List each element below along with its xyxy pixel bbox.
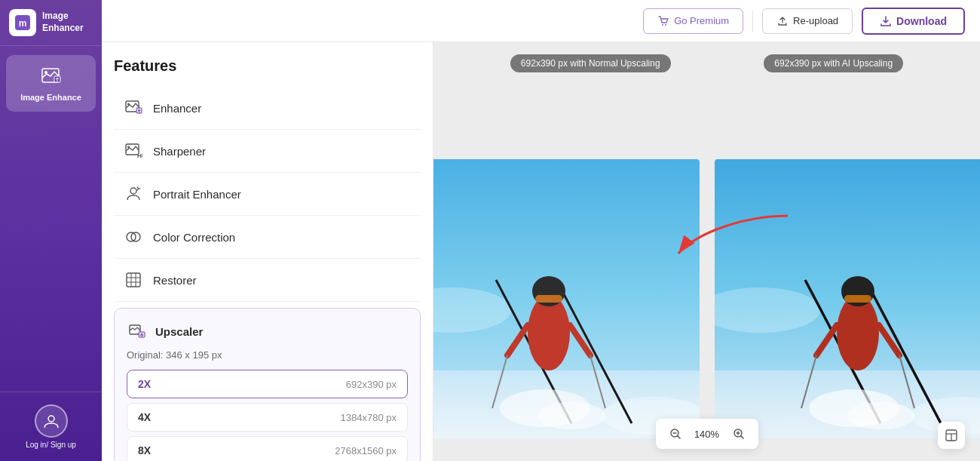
svg-point-6 [48, 416, 54, 422]
enhancer-icon [123, 97, 144, 118]
download-label: Download [896, 15, 947, 27]
download-button[interactable]: Download [862, 8, 965, 35]
go-premium-button[interactable]: Go Premium [643, 8, 743, 34]
svg-point-3 [44, 71, 47, 74]
zoom-out-button[interactable] [665, 423, 686, 444]
color-correction-icon [123, 226, 144, 247]
scale-label-8x: 8X [138, 444, 151, 456]
scale-label-4x: 4X [138, 411, 151, 423]
scale-option-2x[interactable]: 2X 692x390 px [127, 370, 408, 398]
login-label[interactable]: Log in/ Sign up [26, 441, 76, 449]
svg-point-52 [847, 402, 914, 429]
sidebar-item-label: Image Enhance [20, 93, 81, 103]
svg-point-7 [662, 24, 663, 26]
left-preview-label: 692x390 px with Normal Upscaling [510, 54, 671, 72]
svg-point-8 [665, 24, 666, 26]
feature-item-restorer[interactable]: Restorer [114, 259, 421, 302]
sharpener-label: Sharpener [153, 145, 206, 158]
restorer-label: Restorer [153, 274, 197, 287]
scale-size-2x: 692x390 px [346, 379, 397, 390]
upscaler-header: Upscaler [127, 321, 408, 342]
go-premium-label: Go Premium [674, 15, 729, 26]
app-name: Image Enhancer [42, 11, 93, 34]
upload-icon [776, 15, 789, 27]
svg-text:HD: HD [137, 152, 142, 159]
portrait-enhancer-label: Portrait Enhancer [153, 188, 241, 201]
preview-area: 692x390 px with Normal Upscaling 692x390… [433, 42, 980, 461]
avatar[interactable] [35, 404, 68, 438]
upscaler-icon [127, 321, 148, 342]
color-correction-label: Color Correction [153, 231, 235, 244]
restorer-icon [123, 269, 144, 290]
preview-labels: 692x390 px with Normal Upscaling 692x390… [433, 54, 980, 72]
app-logo: m Image Enhancer [0, 0, 102, 46]
svg-rect-46 [844, 295, 871, 303]
header-divider [752, 11, 753, 32]
svg-point-10 [127, 103, 130, 106]
preview-images [433, 42, 980, 461]
feature-item-color-correction[interactable]: Color Correction [114, 216, 421, 259]
reupload-label: Re-upload [793, 15, 838, 26]
svg-rect-31 [535, 295, 562, 303]
svg-text:m: m [19, 18, 27, 29]
scale-label-2x: 2X [138, 378, 151, 390]
image-enhance-icon [39, 64, 63, 88]
portrait-enhancer-icon [123, 183, 144, 204]
feature-item-sharpener[interactable]: HD Sharpener [114, 130, 421, 173]
download-icon [880, 15, 892, 27]
svg-line-60 [741, 436, 743, 438]
logo-icon: m [9, 9, 36, 36]
reupload-button[interactable]: Re-upload [762, 8, 853, 34]
export-icon [945, 429, 958, 442]
features-title: Features [114, 57, 421, 75]
export-button[interactable] [938, 422, 965, 449]
feature-item-enhancer[interactable]: Enhancer [114, 87, 421, 130]
sharpener-icon: HD [123, 140, 144, 161]
sidebar-footer: Log in/ Sign up [0, 392, 102, 461]
cart-icon [657, 15, 669, 27]
zoom-bar: 140% [656, 419, 758, 449]
upscaler-title: Upscaler [155, 325, 203, 338]
body-area: Features Enhancer [102, 42, 980, 461]
svg-point-14 [127, 146, 130, 149]
enhancer-label: Enhancer [153, 102, 201, 115]
svg-point-37 [537, 402, 605, 429]
original-size: Original: 346 x 195 px [127, 349, 408, 361]
zoom-in-button[interactable] [728, 423, 749, 444]
right-preview-label: 692x390 px with AI Upscaling [764, 54, 903, 72]
main-content: Go Premium Re-upload Download Features [102, 0, 980, 461]
features-panel: Features Enhancer [102, 42, 433, 461]
sidebar: m Image Enhancer Image Enhance [0, 0, 102, 461]
right-preview-image [715, 159, 981, 438]
svg-line-56 [678, 436, 680, 438]
zoom-out-icon [669, 428, 681, 440]
left-preview-image [433, 159, 700, 438]
svg-point-16 [130, 188, 136, 194]
scale-option-8x[interactable]: 8X 2768x1560 px [127, 436, 408, 461]
sidebar-nav: Image Enhance [0, 46, 102, 392]
scale-option-4x[interactable]: 4X 1384x780 px [127, 403, 408, 432]
header: Go Premium Re-upload Download [102, 0, 980, 42]
zoom-value: 140% [692, 429, 722, 440]
upscaler-card: Upscaler Original: 346 x 195 px 2X 692x3… [114, 308, 421, 461]
scale-size-4x: 1384x780 px [341, 412, 397, 423]
zoom-in-icon [733, 428, 745, 440]
svg-rect-19 [127, 273, 140, 287]
scale-size-8x: 2768x1560 px [335, 445, 397, 456]
feature-item-portrait-enhancer[interactable]: Portrait Enhancer [114, 173, 421, 216]
sidebar-item-image-enhance[interactable]: Image Enhance [6, 55, 96, 112]
